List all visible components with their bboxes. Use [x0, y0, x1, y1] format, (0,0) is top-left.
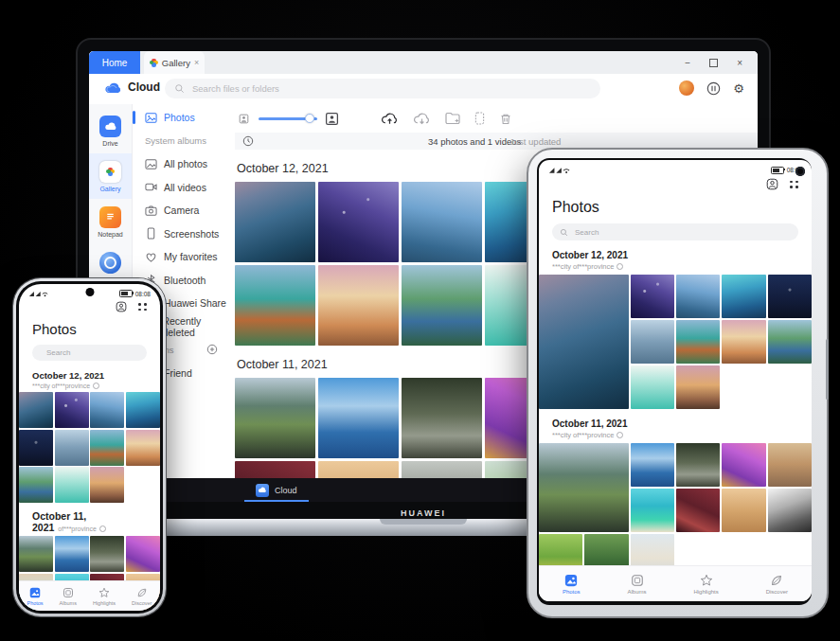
photo-concert[interactable] — [126, 536, 160, 572]
rail-item-notepad[interactable]: Notepad — [89, 199, 132, 244]
photo-owl2[interactable] — [402, 461, 482, 478]
search-bar[interactable] — [32, 345, 147, 361]
search-bar[interactable] — [165, 79, 600, 98]
more-options-icon[interactable] — [138, 303, 147, 311]
tab-home[interactable]: Home — [89, 51, 140, 74]
nav-item-screenshots[interactable]: Screenshots — [133, 223, 227, 246]
rail-item-drive[interactable]: Drive — [89, 108, 132, 153]
close-button[interactable]: × — [737, 58, 742, 68]
tablet-device: 08:08 Photos October 12, 2021 ***city of… — [527, 148, 829, 618]
photo-drums[interactable] — [676, 489, 720, 532]
photo-mountain[interactable] — [55, 430, 89, 466]
photo-autumnlake[interactable] — [235, 265, 315, 346]
send-to-device-icon[interactable] — [474, 111, 485, 126]
photo-mountaindunes[interactable] — [19, 536, 53, 572]
photo-tealice[interactable] — [631, 365, 674, 409]
photo-airplane[interactable] — [90, 392, 124, 428]
photo-stars[interactable] — [768, 275, 812, 318]
new-folder-icon[interactable] — [445, 112, 460, 125]
photo-ship[interactable] — [55, 536, 89, 572]
photo-stars[interactable] — [19, 430, 53, 466]
photo-ocean[interactable] — [539, 275, 629, 409]
tab-photos[interactable]: Photos — [563, 574, 581, 595]
photo-taj[interactable] — [318, 265, 399, 346]
photo-autumnlake[interactable] — [676, 320, 720, 364]
photo-mountaindunes[interactable] — [235, 378, 315, 458]
rail-item-gallery[interactable]: Gallery — [89, 153, 132, 199]
tab-gallery[interactable]: Gallery × — [144, 51, 205, 74]
nav-item-camera[interactable]: Camera — [133, 199, 227, 223]
photo-tealice[interactable] — [55, 467, 89, 503]
taskbar-cloud-app[interactable]: Cloud — [248, 478, 305, 502]
photo-autumnlake[interactable] — [90, 430, 124, 466]
search-input[interactable] — [190, 82, 591, 95]
photo-city[interactable] — [768, 443, 812, 487]
photo-concert[interactable] — [722, 443, 765, 487]
delete-icon[interactable] — [499, 112, 512, 126]
account-icon[interactable] — [116, 301, 127, 312]
nav-item-all-videos[interactable]: All videos — [133, 176, 227, 200]
tab-highlights[interactable]: Highlights — [693, 574, 718, 595]
zoom-out-thumb-icon[interactable] — [239, 114, 249, 124]
account-icon[interactable] — [766, 178, 778, 190]
search-input[interactable] — [45, 347, 152, 358]
zoom-in-thumb-icon[interactable] — [325, 112, 339, 126]
photo-milkyway[interactable] — [55, 392, 89, 428]
photo-mountain[interactable] — [631, 320, 674, 364]
download-cloud-icon[interactable] — [413, 111, 431, 126]
tab-highlights[interactable]: Highlights — [93, 587, 116, 606]
photo-owl[interactable] — [90, 536, 124, 572]
cloud-logo: Cloud — [104, 80, 160, 94]
tab-discover[interactable]: Discover — [766, 574, 788, 595]
photo-aurora[interactable] — [126, 392, 160, 428]
photo-rivervalley[interactable] — [19, 467, 53, 503]
photo-owl[interactable] — [402, 378, 482, 458]
photo-tropical[interactable] — [631, 489, 674, 532]
photo-ocean[interactable] — [235, 182, 315, 262]
upload-cloud-icon[interactable] — [381, 111, 399, 126]
photo-rivervalley[interactable] — [768, 320, 812, 364]
photo-dunes[interactable] — [722, 489, 765, 532]
photo-taj[interactable] — [722, 320, 765, 364]
photo-ship[interactable] — [318, 378, 399, 458]
nav-item-photos[interactable]: Photos — [133, 106, 227, 130]
cloud-icon — [104, 81, 122, 94]
photo-bwabstract[interactable] — [768, 489, 812, 532]
photo-ship[interactable] — [631, 443, 674, 487]
photo-drums[interactable] — [235, 461, 315, 478]
nav-item-my-favorites[interactable]: My favorites — [133, 245, 227, 269]
transfer-list-icon[interactable] — [706, 81, 721, 96]
photo-milkyway[interactable] — [318, 182, 399, 262]
thumbnail-size-slider[interactable] — [259, 117, 317, 120]
search-bar[interactable] — [552, 223, 798, 240]
photo-milkyway[interactable] — [631, 275, 674, 318]
photo-airplane[interactable] — [676, 275, 720, 318]
add-album-icon[interactable] — [206, 344, 218, 355]
search-input[interactable] — [573, 227, 791, 238]
photo-owl[interactable] — [676, 443, 720, 487]
photo-airplane[interactable] — [402, 182, 482, 262]
photo-ocean[interactable] — [19, 392, 53, 428]
all-photos-icon — [145, 158, 157, 170]
maximize-button[interactable] — [709, 59, 718, 67]
photo-bridge[interactable] — [676, 365, 720, 409]
tab-discover[interactable]: Discover — [132, 587, 152, 606]
slider-knob[interactable] — [305, 114, 314, 123]
photo-mountaindunes[interactable] — [539, 443, 629, 532]
nav-item-all-photos[interactable]: All photos — [133, 152, 227, 176]
more-options-icon[interactable] — [790, 181, 798, 188]
photo-aurora[interactable] — [722, 275, 765, 318]
discover-tab-icon — [136, 587, 148, 598]
minimize-button[interactable]: − — [685, 58, 690, 68]
photo-taj[interactable] — [126, 430, 160, 466]
tab-albums[interactable]: Albums — [628, 574, 647, 595]
battery-icon — [119, 290, 133, 297]
tab-close-icon[interactable]: × — [194, 58, 199, 67]
user-avatar[interactable] — [679, 80, 694, 96]
tab-photos[interactable]: Photos — [27, 587, 43, 606]
tab-albums[interactable]: Albums — [60, 587, 77, 606]
photo-dunes[interactable] — [318, 461, 399, 478]
photo-bridge[interactable] — [90, 467, 124, 503]
settings-gear-icon[interactable] — [733, 80, 744, 97]
photo-rivervalley[interactable] — [402, 265, 482, 346]
